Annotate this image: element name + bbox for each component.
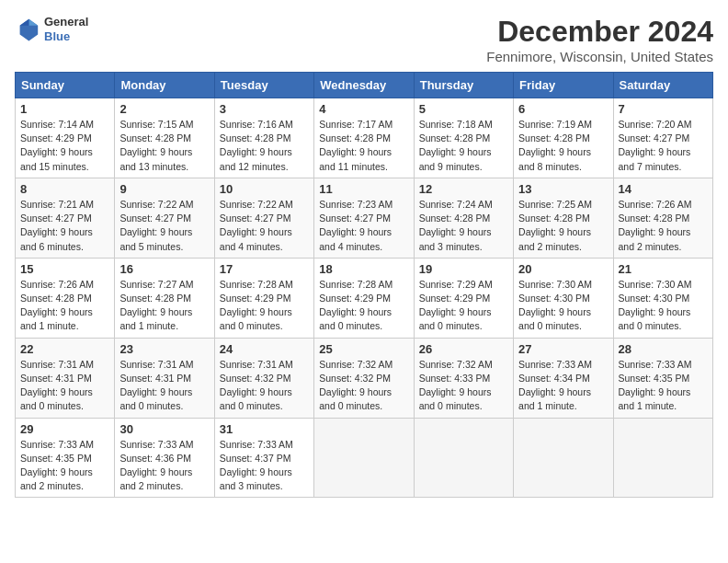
title-area: December 2024 Fennimore, Wisconsin, Unit… — [486, 15, 713, 64]
day-number: 22 — [20, 342, 109, 356]
calendar-cell: 10Sunrise: 7:22 AMSunset: 4:27 PMDayligh… — [214, 178, 313, 258]
day-detail: Sunrise: 7:31 AMSunset: 4:32 PMDaylight:… — [220, 358, 309, 414]
calendar-cell — [514, 418, 613, 498]
day-number: 19 — [419, 262, 508, 276]
day-number: 8 — [20, 182, 109, 196]
day-detail: Sunrise: 7:32 AMSunset: 4:32 PMDaylight:… — [319, 358, 408, 414]
day-number: 23 — [119, 342, 209, 356]
calendar-week-row: 15Sunrise: 7:26 AMSunset: 4:28 PMDayligh… — [16, 258, 713, 338]
day-number: 20 — [518, 262, 608, 276]
calendar-cell: 28Sunrise: 7:33 AMSunset: 4:35 PMDayligh… — [613, 338, 712, 418]
day-number: 9 — [119, 182, 209, 196]
logo: General Blue — [15, 15, 88, 43]
day-number: 27 — [518, 342, 608, 356]
calendar-week-row: 8Sunrise: 7:21 AMSunset: 4:27 PMDaylight… — [16, 178, 713, 258]
day-detail: Sunrise: 7:33 AMSunset: 4:35 PMDaylight:… — [619, 358, 708, 414]
calendar-cell: 25Sunrise: 7:32 AMSunset: 4:32 PMDayligh… — [314, 338, 414, 418]
day-detail: Sunrise: 7:31 AMSunset: 4:31 PMDaylight:… — [20, 358, 109, 414]
calendar-cell: 11Sunrise: 7:23 AMSunset: 4:27 PMDayligh… — [314, 178, 414, 258]
calendar-week-row: 22Sunrise: 7:31 AMSunset: 4:31 PMDayligh… — [16, 338, 713, 418]
day-detail: Sunrise: 7:30 AMSunset: 4:30 PMDaylight:… — [619, 278, 708, 334]
calendar-week-row: 29Sunrise: 7:33 AMSunset: 4:35 PMDayligh… — [16, 418, 713, 498]
day-detail: Sunrise: 7:21 AMSunset: 4:27 PMDaylight:… — [20, 198, 109, 254]
calendar-cell: 27Sunrise: 7:33 AMSunset: 4:34 PMDayligh… — [514, 338, 613, 418]
calendar-cell: 18Sunrise: 7:28 AMSunset: 4:29 PMDayligh… — [314, 258, 414, 338]
day-number: 10 — [220, 182, 309, 196]
day-number: 24 — [220, 342, 309, 356]
calendar-cell — [314, 418, 414, 498]
calendar-table: SundayMondayTuesdayWednesdayThursdayFrid… — [15, 72, 713, 498]
day-number: 2 — [119, 102, 209, 116]
day-detail: Sunrise: 7:25 AMSunset: 4:28 PMDaylight:… — [518, 198, 608, 254]
day-detail: Sunrise: 7:16 AMSunset: 4:28 PMDaylight:… — [220, 118, 309, 174]
day-number: 17 — [220, 262, 309, 276]
calendar-cell: 15Sunrise: 7:26 AMSunset: 4:28 PMDayligh… — [16, 258, 115, 338]
calendar-cell: 23Sunrise: 7:31 AMSunset: 4:31 PMDayligh… — [115, 338, 214, 418]
day-number: 11 — [319, 182, 408, 196]
day-detail: Sunrise: 7:22 AMSunset: 4:27 PMDaylight:… — [119, 198, 209, 254]
day-detail: Sunrise: 7:26 AMSunset: 4:28 PMDaylight:… — [619, 198, 708, 254]
day-detail: Sunrise: 7:33 AMSunset: 4:37 PMDaylight:… — [220, 438, 309, 494]
weekday-header-wednesday: Wednesday — [314, 73, 414, 98]
logo-line2: Blue — [44, 29, 88, 44]
day-detail: Sunrise: 7:18 AMSunset: 4:28 PMDaylight:… — [419, 118, 508, 174]
page-subtitle: Fennimore, Wisconsin, United States — [486, 49, 713, 64]
day-detail: Sunrise: 7:19 AMSunset: 4:28 PMDaylight:… — [518, 118, 608, 174]
calendar-cell: 3Sunrise: 7:16 AMSunset: 4:28 PMDaylight… — [214, 98, 313, 178]
day-number: 5 — [419, 102, 508, 116]
calendar-cell: 12Sunrise: 7:24 AMSunset: 4:28 PMDayligh… — [414, 178, 513, 258]
calendar-cell: 31Sunrise: 7:33 AMSunset: 4:37 PMDayligh… — [214, 418, 313, 498]
calendar-cell: 2Sunrise: 7:15 AMSunset: 4:28 PMDaylight… — [115, 98, 214, 178]
weekday-header-saturday: Saturday — [613, 73, 712, 98]
header: General Blue December 2024 Fennimore, Wi… — [15, 15, 713, 64]
calendar-week-row: 1Sunrise: 7:14 AMSunset: 4:29 PMDaylight… — [16, 98, 713, 178]
svg-marker-1 — [28, 18, 38, 25]
day-detail: Sunrise: 7:30 AMSunset: 4:30 PMDaylight:… — [518, 278, 608, 334]
day-number: 12 — [419, 182, 508, 196]
day-number: 4 — [319, 102, 408, 116]
calendar-cell: 13Sunrise: 7:25 AMSunset: 4:28 PMDayligh… — [514, 178, 613, 258]
day-detail: Sunrise: 7:22 AMSunset: 4:27 PMDaylight:… — [220, 198, 309, 254]
weekday-header-tuesday: Tuesday — [214, 73, 313, 98]
weekday-header-sunday: Sunday — [16, 73, 115, 98]
day-number: 13 — [518, 182, 608, 196]
day-number: 18 — [319, 262, 408, 276]
day-detail: Sunrise: 7:14 AMSunset: 4:29 PMDaylight:… — [20, 118, 109, 174]
calendar-cell: 14Sunrise: 7:26 AMSunset: 4:28 PMDayligh… — [613, 178, 712, 258]
page-title: December 2024 — [486, 15, 713, 49]
day-number: 26 — [419, 342, 508, 356]
weekday-header-monday: Monday — [115, 73, 214, 98]
calendar-cell: 7Sunrise: 7:20 AMSunset: 4:27 PMDaylight… — [613, 98, 712, 178]
day-number: 1 — [20, 102, 109, 116]
day-detail: Sunrise: 7:29 AMSunset: 4:29 PMDaylight:… — [419, 278, 508, 334]
day-number: 29 — [20, 422, 109, 436]
day-number: 6 — [518, 102, 608, 116]
calendar-cell: 1Sunrise: 7:14 AMSunset: 4:29 PMDaylight… — [16, 98, 115, 178]
day-number: 3 — [220, 102, 309, 116]
day-detail: Sunrise: 7:23 AMSunset: 4:27 PMDaylight:… — [319, 198, 408, 254]
day-detail: Sunrise: 7:33 AMSunset: 4:35 PMDaylight:… — [20, 438, 109, 494]
weekday-header-friday: Friday — [514, 73, 613, 98]
day-number: 31 — [220, 422, 309, 436]
weekday-header-thursday: Thursday — [414, 73, 513, 98]
calendar-cell: 29Sunrise: 7:33 AMSunset: 4:35 PMDayligh… — [16, 418, 115, 498]
calendar-cell: 17Sunrise: 7:28 AMSunset: 4:29 PMDayligh… — [214, 258, 313, 338]
calendar-cell: 22Sunrise: 7:31 AMSunset: 4:31 PMDayligh… — [16, 338, 115, 418]
day-number: 15 — [20, 262, 109, 276]
day-number: 25 — [319, 342, 408, 356]
day-detail: Sunrise: 7:28 AMSunset: 4:29 PMDaylight:… — [319, 278, 408, 334]
calendar-cell: 5Sunrise: 7:18 AMSunset: 4:28 PMDaylight… — [414, 98, 513, 178]
calendar-cell: 20Sunrise: 7:30 AMSunset: 4:30 PMDayligh… — [514, 258, 613, 338]
calendar-cell: 6Sunrise: 7:19 AMSunset: 4:28 PMDaylight… — [514, 98, 613, 178]
day-detail: Sunrise: 7:32 AMSunset: 4:33 PMDaylight:… — [419, 358, 508, 414]
day-detail: Sunrise: 7:17 AMSunset: 4:28 PMDaylight:… — [319, 118, 408, 174]
day-detail: Sunrise: 7:31 AMSunset: 4:31 PMDaylight:… — [119, 358, 209, 414]
calendar-cell: 30Sunrise: 7:33 AMSunset: 4:36 PMDayligh… — [115, 418, 214, 498]
calendar-cell: 26Sunrise: 7:32 AMSunset: 4:33 PMDayligh… — [414, 338, 513, 418]
weekday-header-row: SundayMondayTuesdayWednesdayThursdayFrid… — [16, 73, 713, 98]
day-detail: Sunrise: 7:24 AMSunset: 4:28 PMDaylight:… — [419, 198, 508, 254]
svg-marker-2 — [20, 18, 29, 25]
calendar-cell — [414, 418, 513, 498]
calendar-cell: 19Sunrise: 7:29 AMSunset: 4:29 PMDayligh… — [414, 258, 513, 338]
day-detail: Sunrise: 7:20 AMSunset: 4:27 PMDaylight:… — [619, 118, 708, 174]
